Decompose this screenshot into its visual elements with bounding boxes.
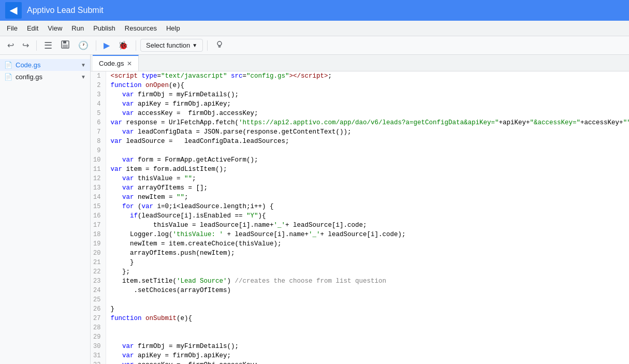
menu-help[interactable]: Help — [162, 22, 184, 34]
code-line: var newItem = ""; — [106, 193, 629, 202]
save-button[interactable] — [57, 38, 73, 53]
table-row: 7 var leadConfigData = JSON.parse(respon… — [91, 127, 629, 137]
table-row: 12 var thisValue = ""; — [91, 174, 629, 183]
line-number: 25 — [91, 295, 106, 304]
table-row: 22 }; — [91, 267, 629, 276]
sidebar-item-label: Code.gs — [16, 61, 40, 69]
table-row: 18 Logger.log('thisValue: ' + leadSource… — [91, 230, 629, 239]
sidebar-item-label: config.gs — [16, 73, 42, 81]
debug-button[interactable]: 🐞 — [115, 38, 131, 52]
separator-2 — [96, 40, 96, 51]
back-button[interactable]: ◀ — [5, 2, 22, 19]
table-row: 1<script type="text/javascript" src="con… — [91, 71, 629, 81]
code-table: 1<script type="text/javascript" src="con… — [91, 71, 629, 364]
table-row: 13 var arrayOfItems = []; — [91, 183, 629, 193]
table-row: 28 — [91, 323, 629, 332]
table-row: 8var leadSource = leadConfigData.leadSou… — [91, 137, 629, 146]
table-row: 4 var apiKey = firmObj.apiKey; — [91, 99, 629, 109]
line-number: 20 — [91, 249, 106, 258]
code-line: arrayOfItems.push(newItem); — [106, 249, 629, 258]
line-number: 3 — [91, 90, 106, 99]
table-row: 2function onOpen(e){ — [91, 81, 629, 90]
line-number: 21 — [91, 258, 106, 267]
line-number: 14 — [91, 193, 106, 202]
line-number: 11 — [91, 165, 106, 174]
line-number: 24 — [91, 286, 106, 295]
svg-rect-2 — [63, 45, 68, 48]
code-line: item.setTitle('Lead Source') //creates t… — [106, 276, 629, 286]
code-line: thisValue = leadSource[i].name+'_'+ lead… — [106, 221, 629, 230]
code-editor[interactable]: 1<script type="text/javascript" src="con… — [91, 71, 629, 364]
line-number: 19 — [91, 239, 106, 249]
code-line: var thisValue = ""; — [106, 174, 629, 183]
line-number: 30 — [91, 342, 106, 351]
save-icon — [61, 40, 70, 51]
play-icon: ▶ — [104, 40, 110, 50]
tab-close-icon[interactable]: ✕ — [127, 60, 132, 67]
code-line: var leadConfigData = JSON.parse(response… — [106, 127, 629, 137]
code-line: var apiKey = firmObj.apiKey; — [106, 99, 629, 109]
show-list-button[interactable]: ☰ — [41, 38, 55, 53]
table-row: 23 item.setTitle('Lead Source') //create… — [91, 276, 629, 286]
select-function-button[interactable]: Select function ▼ — [140, 39, 203, 52]
undo-button[interactable]: ↩ — [4, 38, 17, 52]
menu-edit[interactable]: Edit — [23, 22, 42, 34]
separator-3 — [136, 40, 136, 51]
table-row: 3 var firmObj = myFirmDetails(); — [91, 90, 629, 99]
line-number: 28 — [91, 323, 106, 332]
code-line: for (var i=0;i<leadSource.length;i++) { — [106, 202, 629, 211]
dropdown-arrow-icon: ▼ — [81, 74, 86, 80]
redo-button[interactable]: ↪ — [19, 38, 32, 52]
code-line: var arrayOfItems = []; — [106, 183, 629, 193]
dropdown-arrow-icon: ▼ — [192, 42, 197, 48]
tab-code-gs[interactable]: Code.gs ✕ — [93, 55, 139, 71]
menu-publish[interactable]: Publish — [89, 22, 120, 34]
line-number: 23 — [91, 276, 106, 286]
code-line: function onSubmit(e){ — [106, 314, 629, 323]
line-number: 13 — [91, 183, 106, 193]
run-button[interactable]: ▶ — [100, 38, 113, 52]
menu-resources[interactable]: Resources — [121, 22, 161, 34]
line-number: 2 — [91, 81, 106, 90]
table-row: 30 var firmObj = myFirmDetails(); — [91, 342, 629, 351]
undo-icon: ↩ — [7, 40, 14, 50]
code-line: var item = form.addListItem(); — [106, 165, 629, 174]
sidebar-item-code-gs[interactable]: 📄 Code.gs ▼ — [0, 59, 90, 71]
code-line: var firmObj = myFirmDetails(); — [106, 90, 629, 99]
line-number: 6 — [91, 118, 106, 127]
line-number: 29 — [91, 332, 106, 342]
clock-icon: 🕐 — [78, 40, 89, 50]
line-number: 16 — [91, 211, 106, 221]
code-line: Logger.log('thisValue: ' + leadSource[i]… — [106, 230, 629, 239]
code-line: }; — [106, 267, 629, 276]
sidebar-item-config-gs[interactable]: 📄 config.gs ▼ — [0, 71, 90, 83]
redo-icon: ↪ — [22, 40, 29, 50]
table-row: 15 for (var i=0;i<leadSource.length;i++)… — [91, 202, 629, 211]
menu-view[interactable]: View — [43, 22, 66, 34]
code-line: var accessKey = firmObj.accessKey; — [106, 360, 629, 364]
code-line: var leadSource = leadConfigData.leadSour… — [106, 137, 629, 146]
menu-run[interactable]: Run — [67, 22, 88, 34]
editor-area: Code.gs ✕ 1<script type="text/javascript… — [91, 55, 629, 364]
line-number: 27 — [91, 314, 106, 323]
table-row: 27function onSubmit(e){ — [91, 314, 629, 323]
list-icon: ☰ — [44, 40, 52, 51]
line-number: 5 — [91, 109, 106, 118]
code-line: <script type="text/javascript" src="conf… — [106, 71, 629, 81]
menu-file[interactable]: File — [3, 22, 22, 34]
line-number: 17 — [91, 221, 106, 230]
main-area: 📄 Code.gs ▼ 📄 config.gs ▼ Code.gs ✕ 1<sc… — [0, 55, 629, 364]
bug-icon: 🐞 — [118, 40, 128, 50]
app-title: Apptivo Lead Submit — [27, 6, 104, 15]
dropdown-arrow-icon: ▼ — [81, 62, 86, 68]
sidebar: 📄 Code.gs ▼ 📄 config.gs ▼ — [0, 55, 91, 364]
bulb-button[interactable] — [212, 38, 227, 53]
code-line: var form = FormApp.getActiveForm(); — [106, 155, 629, 165]
line-number: 9 — [91, 146, 106, 155]
separator-4 — [207, 40, 208, 51]
line-number: 8 — [91, 137, 106, 146]
table-row: 31 var apiKey = firmObj.apiKey; — [91, 351, 629, 360]
file-icon: 📄 — [4, 73, 12, 81]
table-row: 24 .setChoices(arrayOfItems) — [91, 286, 629, 295]
history-button[interactable]: 🕐 — [75, 38, 92, 52]
